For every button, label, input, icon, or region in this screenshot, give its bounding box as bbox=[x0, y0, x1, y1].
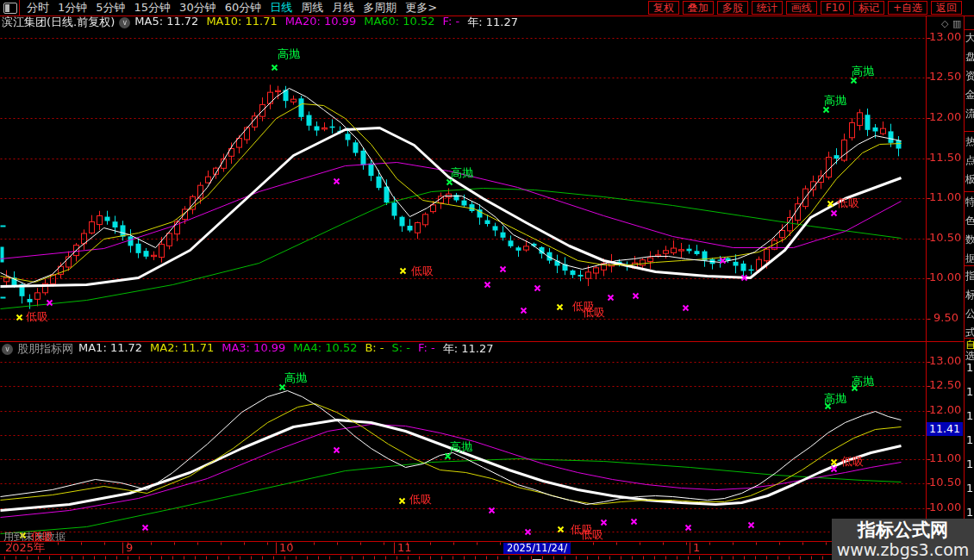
toolbar-buttons: 复权叠加多股统计画线F10标记+自选返回 bbox=[648, 1, 962, 15]
sub-chart-header: ∨ 股朋指标网 MA1: 11.72MA2: 11.71MA3: 10.99MA… bbox=[2, 343, 501, 355]
y-axis-label: 11.00 bbox=[929, 191, 958, 203]
watermark-url: www.zbgs3.com bbox=[832, 541, 974, 559]
strip-price-digit: 1 bbox=[966, 362, 973, 374]
divider-line bbox=[0, 541, 964, 542]
toolbar-button-4[interactable]: 画线 bbox=[786, 1, 817, 15]
y-axis-label: 10.00 bbox=[929, 501, 958, 513]
indicator-source-label: 股朋指标网 bbox=[17, 341, 73, 357]
y-axis-label: 12.00 bbox=[929, 404, 958, 416]
y-axis-label: 10.50 bbox=[929, 232, 958, 244]
strip-clipped-text: 资 bbox=[965, 71, 974, 82]
sub-indicator-value: MA2: 11.71 bbox=[150, 341, 214, 357]
sell-signal-label: 高抛 bbox=[824, 95, 846, 107]
sell-signal-label: 高抛 bbox=[284, 372, 307, 384]
panel-toggle-icon[interactable] bbox=[3, 3, 17, 14]
timeframe-tab-7[interactable]: 周线 bbox=[297, 0, 328, 16]
toolbar-button-0[interactable]: 复权 bbox=[648, 1, 679, 15]
strip-clipped-text: 热 bbox=[965, 136, 974, 147]
y-axis-label: 12.50 bbox=[929, 71, 958, 83]
timeframe-tab-0[interactable]: 分时 bbox=[22, 0, 53, 16]
sub-indicator-value: S: - bbox=[392, 341, 410, 357]
stock-title: 滨江集团(日线.前复权) bbox=[2, 15, 115, 30]
right-edge-clipped-panel: 大盘资金流热点板特色数据指标公式自选1111111 bbox=[964, 16, 974, 560]
timeframe-tab-3[interactable]: 15分钟 bbox=[130, 0, 176, 16]
last-price-tag: 11.41 bbox=[927, 422, 963, 436]
strip-clipped-text: 数 bbox=[965, 234, 974, 246]
y-axis-label: 13.00 bbox=[929, 355, 958, 367]
divider-line bbox=[0, 554, 964, 555]
toolbar-button-8[interactable]: 返回 bbox=[931, 1, 962, 15]
buy-signal-label: 低吸 bbox=[841, 456, 864, 468]
sub-indicator-values: MA1: 11.72MA2: 11.71MA3: 10.99MA4: 10.52… bbox=[78, 341, 501, 357]
timeframe-tab-2[interactable]: 5分钟 bbox=[91, 0, 129, 16]
strip-price-digit: 1 bbox=[966, 482, 973, 495]
main-indicator-value: MA20: 10.99 bbox=[285, 15, 356, 30]
chevron-down-icon[interactable]: ∨ bbox=[119, 17, 130, 28]
strip-clipped-text: 点 bbox=[965, 155, 974, 166]
chevron-down-icon[interactable]: ∨ bbox=[2, 344, 13, 355]
sell-signal-label: 高抛 bbox=[852, 376, 874, 388]
strip-clipped-text: 标 bbox=[965, 289, 974, 301]
strip-clipped-text: 板 bbox=[965, 174, 974, 185]
y-axis-label: 11.50 bbox=[929, 152, 958, 164]
strip-price-digit: 1 bbox=[966, 507, 973, 519]
y-axis-label: 9.50 bbox=[929, 312, 958, 324]
sell-signal-label: 高抛 bbox=[450, 441, 472, 453]
buy-signal-label: 低吸 bbox=[837, 197, 859, 209]
strip-separator bbox=[965, 191, 974, 192]
main-indicator-value: F: - bbox=[443, 15, 460, 30]
timeframe-tab-5[interactable]: 60分钟 bbox=[221, 0, 266, 16]
strip-clipped-text: 特 bbox=[965, 196, 974, 208]
strip-clipped-text: 大 bbox=[965, 33, 974, 44]
strip-clipped-text: 据 bbox=[965, 253, 974, 264]
sell-signal-label: 高抛 bbox=[852, 65, 874, 78]
main-indicator-values: MA5: 11.72MA10: 11.71MA20: 10.99MA60: 10… bbox=[134, 15, 526, 30]
main-indicator-value: MA5: 11.72 bbox=[134, 15, 198, 30]
strip-price-digit: 1 bbox=[966, 434, 973, 446]
x-axis-label: 10 bbox=[279, 542, 294, 554]
toolbar-button-5[interactable]: F10 bbox=[821, 1, 850, 15]
sell-signal-label: 高抛 bbox=[824, 393, 846, 405]
timeframe-tab-8[interactable]: 月线 bbox=[328, 0, 359, 16]
selected-date-box: 2025/11/24/— bbox=[503, 543, 571, 554]
strip-clipped-text: 盘 bbox=[965, 52, 974, 63]
strip-clipped-text: 金 bbox=[965, 90, 974, 101]
x-axis-label: 9 bbox=[126, 542, 133, 554]
watermark-title: 指标公式网 bbox=[832, 520, 974, 541]
toolbar-button-3[interactable]: 统计 bbox=[752, 1, 783, 15]
main-indicator-value: MA60: 10.52 bbox=[364, 15, 434, 30]
timeframe-tab-10[interactable]: 更多> bbox=[401, 0, 441, 16]
timeframe-tab-4[interactable]: 30分钟 bbox=[175, 0, 221, 16]
sub-indicator-value: MA1: 11.72 bbox=[78, 341, 142, 357]
y-axis-label: 11.00 bbox=[929, 452, 958, 464]
sub-indicator-value: MA4: 10.52 bbox=[293, 341, 357, 357]
y-axis-label: 12.00 bbox=[929, 111, 958, 123]
x-axis-label: 11 bbox=[397, 542, 412, 554]
strip-separator bbox=[965, 29, 974, 30]
sub-indicator-value: B: - bbox=[365, 341, 384, 357]
timeframe-tab-1[interactable]: 1分钟 bbox=[53, 0, 91, 16]
timeframe-tab-6[interactable]: 日线 bbox=[265, 0, 297, 16]
timeframe-tab-9[interactable]: 多周期 bbox=[359, 0, 401, 16]
strip-separator bbox=[965, 265, 974, 266]
toolbar-button-1[interactable]: 叠加 bbox=[683, 1, 714, 15]
axis-border-line bbox=[926, 16, 927, 554]
main-indicator-value: 年: 11.27 bbox=[467, 15, 518, 30]
diamond-icon[interactable]: ◇ bbox=[941, 18, 948, 29]
sub-indicator-value: 年: 11.27 bbox=[443, 341, 494, 357]
toolbar-button-2[interactable]: 多股 bbox=[717, 1, 748, 15]
toolbar-button-7[interactable]: +自选 bbox=[888, 1, 927, 15]
buy-signal-label: 低吸 bbox=[409, 494, 432, 506]
sell-signal-label: 高抛 bbox=[451, 167, 473, 179]
strip-clipped-text: 指 bbox=[965, 271, 974, 282]
strip-separator bbox=[965, 131, 974, 132]
top-toolbar: 分时1分钟5分钟15分钟30分钟60分钟日线周线月线多周期更多> 复权叠加多股统… bbox=[0, 0, 974, 16]
x-axis-label: 1 bbox=[693, 542, 700, 554]
toolbar-button-6[interactable]: 标记 bbox=[853, 1, 884, 15]
strip-price-digit: 1 bbox=[966, 458, 973, 470]
buy-signal-label: 低吸 bbox=[26, 311, 48, 323]
panes-icon[interactable]: ▥ bbox=[952, 18, 961, 29]
buy-signal-label: 低吸 bbox=[581, 529, 603, 541]
price-chart-canvas[interactable] bbox=[0, 0, 974, 560]
timeframe-tabs: 分时1分钟5分钟15分钟30分钟60分钟日线周线月线多周期更多> bbox=[22, 0, 441, 16]
